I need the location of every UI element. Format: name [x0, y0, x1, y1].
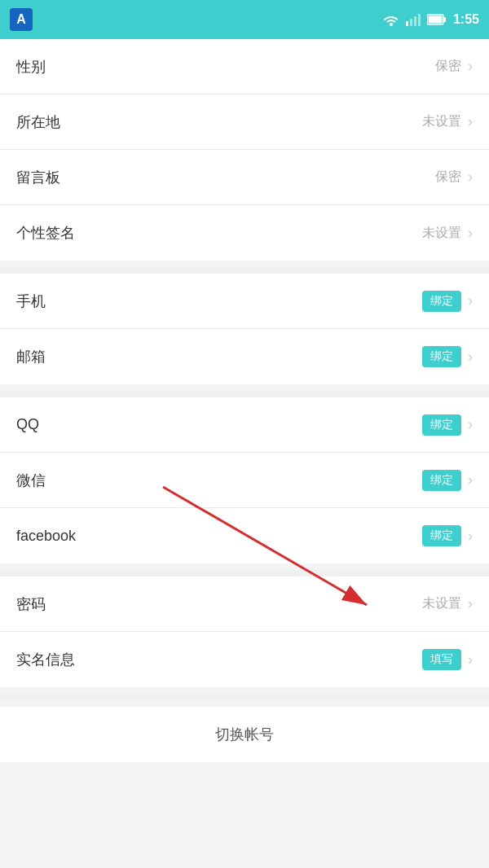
- signal-icon: [406, 13, 421, 26]
- badge-qq[interactable]: 绑定: [422, 414, 461, 436]
- label-phone: 手机: [16, 292, 46, 311]
- badge-email[interactable]: 绑定: [422, 346, 461, 367]
- chevron-messageboard: ›: [468, 169, 473, 186]
- badge-realname[interactable]: 填写: [422, 649, 461, 670]
- svg-rect-1: [410, 19, 412, 26]
- label-email: 邮箱: [16, 347, 46, 366]
- battery-icon: [427, 14, 447, 25]
- value-signature: 未设置: [422, 225, 461, 242]
- label-realname: 实名信息: [16, 650, 75, 669]
- row-gender[interactable]: 性别 保密 ›: [0, 39, 489, 94]
- row-phone[interactable]: 手机 绑定 ›: [0, 274, 489, 329]
- row-signature[interactable]: 个性签名 未设置 ›: [0, 205, 489, 261]
- row-qq[interactable]: QQ 绑定 ›: [0, 397, 489, 453]
- label-facebook: facebook: [16, 528, 76, 545]
- label-signature: 个性签名: [16, 223, 75, 243]
- chevron-signature: ›: [468, 225, 473, 242]
- chevron-qq: ›: [468, 416, 473, 433]
- value-messageboard: 保密: [435, 169, 461, 186]
- settings-group-1: 性别 保密 › 所在地 未设置 › 留言板 保密 › 个性签名 未设置 ›: [0, 39, 489, 261]
- value-gender: 保密: [435, 58, 461, 75]
- app-icon: A: [10, 8, 33, 31]
- chevron-phone: ›: [468, 292, 473, 309]
- settings-content: 性别 保密 › 所在地 未设置 › 留言板 保密 › 个性签名 未设置 ›: [0, 39, 489, 687]
- row-facebook[interactable]: facebook 绑定 ›: [0, 508, 489, 563]
- chevron-password: ›: [468, 595, 473, 612]
- row-password[interactable]: 密码 未设置 ›: [0, 576, 489, 632]
- switch-account-label: 切换帐号: [215, 725, 274, 744]
- label-qq: QQ: [16, 416, 39, 433]
- svg-rect-3: [418, 14, 421, 26]
- svg-rect-6: [428, 16, 442, 24]
- settings-group-4: 密码 未设置 › 实名信息 填写 ›: [0, 576, 489, 687]
- status-time: 1:55: [453, 12, 479, 27]
- switch-account-row[interactable]: 切换帐号: [0, 707, 489, 762]
- row-email[interactable]: 邮箱 绑定 ›: [0, 329, 489, 384]
- value-password: 未设置: [422, 595, 461, 612]
- status-bar: A 1:55: [0, 0, 489, 39]
- row-location[interactable]: 所在地 未设置 ›: [0, 94, 489, 150]
- chevron-wechat: ›: [468, 471, 473, 489]
- chevron-realname: ›: [468, 651, 473, 669]
- chevron-email: ›: [468, 349, 473, 366]
- label-wechat: 微信: [16, 471, 46, 490]
- chevron-gender: ›: [468, 58, 473, 75]
- row-realname[interactable]: 实名信息 填写 ›: [0, 632, 489, 687]
- label-gender: 性别: [16, 57, 46, 77]
- badge-phone[interactable]: 绑定: [422, 291, 461, 312]
- wifi-icon: [383, 13, 399, 26]
- value-location: 未设置: [422, 113, 461, 130]
- label-location: 所在地: [16, 112, 60, 132]
- badge-wechat[interactable]: 绑定: [422, 470, 461, 491]
- row-wechat[interactable]: 微信 绑定 ›: [0, 453, 489, 508]
- badge-facebook[interactable]: 绑定: [422, 525, 461, 546]
- label-password: 密码: [16, 594, 46, 614]
- chevron-location: ›: [468, 113, 473, 130]
- settings-group-2: 手机 绑定 › 邮箱 绑定 ›: [0, 274, 489, 384]
- svg-rect-2: [414, 16, 416, 26]
- chevron-facebook: ›: [468, 528, 473, 545]
- settings-group-3: QQ 绑定 › 微信 绑定 › facebook 绑定 ›: [0, 397, 489, 563]
- svg-rect-0: [406, 21, 408, 26]
- label-messageboard: 留言板: [16, 168, 60, 187]
- row-messageboard[interactable]: 留言板 保密 ›: [0, 150, 489, 205]
- svg-rect-5: [443, 17, 446, 22]
